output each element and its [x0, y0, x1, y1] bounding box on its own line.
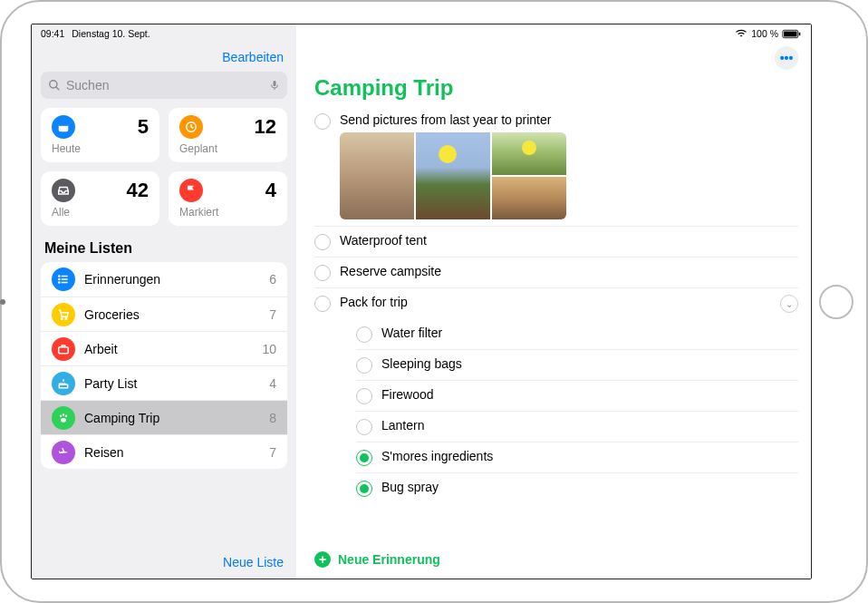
list-erinnerungen[interactable]: Erinnerungen 6: [41, 262, 287, 297]
task-label: S'mores ingredients: [381, 449, 493, 463]
list-icon: [52, 267, 75, 291]
list-groceries[interactable]: Groceries 7: [41, 297, 287, 331]
ellipsis-icon: •••: [780, 51, 794, 65]
card-alle[interactable]: 42 Alle: [41, 171, 159, 226]
task-label: Pack for trip: [340, 295, 408, 309]
svg-rect-15: [59, 346, 69, 353]
lists-header: Meine Listen: [32, 233, 296, 262]
edit-button[interactable]: Bearbeiten: [32, 41, 296, 68]
task-label: Lantern: [381, 418, 424, 433]
task-label: Send pictures from last year to printer: [340, 112, 798, 127]
task-checkbox[interactable]: [356, 419, 372, 435]
svg-rect-22: [784, 31, 796, 36]
task-row[interactable]: Reserve campsite: [314, 258, 798, 288]
subtask-row[interactable]: Lantern: [356, 412, 798, 443]
svg-point-14: [65, 317, 67, 319]
briefcase-icon: [52, 337, 75, 361]
svg-line-1: [56, 87, 60, 91]
task-checkbox[interactable]: [356, 481, 372, 497]
svg-point-13: [61, 317, 63, 319]
svg-point-18: [63, 413, 64, 415]
card-heute[interactable]: 5 Heute: [41, 108, 159, 162]
svg-point-0: [50, 81, 57, 88]
paw-icon: [52, 406, 75, 430]
task-checkbox[interactable]: [314, 234, 331, 250]
svg-point-19: [65, 414, 67, 416]
subtask-list: Water filter Sleeping bags Firewood Lant…: [356, 319, 798, 503]
battery-icon: [782, 29, 802, 39]
new-reminder-label: Neue Erinnerung: [338, 552, 440, 567]
cake-icon: [52, 372, 75, 395]
svg-point-12: [59, 282, 60, 283]
plus-icon: +: [314, 551, 331, 568]
card-label: Heute: [52, 142, 149, 155]
attachment-thumb[interactable]: [416, 132, 490, 219]
expand-toggle[interactable]: ⌄: [780, 295, 798, 313]
flag-icon: [179, 179, 203, 202]
search-placeholder: Suchen: [66, 78, 109, 92]
task-row[interactable]: Pack for trip ⌄: [314, 288, 798, 319]
task-label: Waterproof tent: [340, 233, 427, 248]
task-label: Reserve campsite: [340, 264, 441, 278]
subtask-row[interactable]: Firewood: [356, 381, 798, 412]
task-row[interactable]: Waterproof tent: [314, 227, 798, 258]
task-label: Water filter: [381, 326, 442, 340]
attachment-thumb[interactable]: [492, 177, 566, 219]
attachment-thumb[interactable]: [492, 132, 566, 175]
svg-point-11: [59, 278, 60, 279]
task-checkbox[interactable]: [356, 357, 372, 374]
calendar-icon: [52, 115, 75, 139]
list-party[interactable]: Party List 4: [41, 365, 287, 400]
task-checkbox[interactable]: [314, 113, 331, 130]
subtask-row[interactable]: S'mores ingredients: [356, 443, 798, 473]
attachment-thumb[interactable]: [340, 132, 414, 219]
status-date: Dienstag 10. Sept.: [72, 28, 149, 39]
card-label: Geplant: [179, 142, 276, 155]
search-input[interactable]: Suchen: [41, 72, 287, 99]
task-checkbox[interactable]: [356, 388, 372, 404]
svg-rect-2: [274, 81, 276, 86]
task-checkbox[interactable]: [314, 265, 331, 281]
card-geplant[interactable]: 12 Geplant: [169, 108, 287, 162]
status-bar: 09:41 Dienstag 10. Sept.: [32, 24, 296, 41]
subtask-row[interactable]: Sleeping bags: [356, 350, 798, 381]
chevron-down-icon: ⌄: [786, 299, 793, 309]
task-label: Sleeping bags: [381, 356, 462, 371]
task-checkbox[interactable]: [356, 326, 372, 343]
card-label: Alle: [52, 206, 149, 219]
more-button[interactable]: •••: [775, 46, 798, 70]
clock-icon: [179, 115, 203, 139]
card-count: 12: [255, 115, 276, 139]
task-attachments[interactable]: [340, 132, 566, 219]
mic-icon[interactable]: [269, 78, 280, 92]
new-list-button[interactable]: Neue Liste: [223, 555, 284, 569]
subtask-row[interactable]: Water filter: [356, 319, 798, 350]
wifi-icon: [735, 29, 747, 38]
list-title: Camping Trip: [296, 70, 811, 106]
task-label: Bug spray: [381, 480, 439, 494]
status-time: 09:41: [41, 28, 64, 39]
battery-pct: 100 %: [751, 28, 778, 39]
cart-icon: [52, 303, 75, 326]
list-reisen[interactable]: Reisen 7: [41, 434, 287, 469]
search-icon: [48, 79, 61, 92]
task-list: Send pictures from last year to printer: [296, 106, 811, 503]
task-checkbox[interactable]: [314, 296, 331, 312]
new-reminder-button[interactable]: + Neue Erinnerung: [296, 542, 811, 579]
main-pane: 100 % ••• Camping Trip Send pictures fro…: [296, 24, 811, 579]
task-label: Firewood: [381, 387, 434, 402]
card-count: 5: [138, 115, 149, 139]
task-checkbox[interactable]: [356, 450, 372, 466]
home-button[interactable]: [819, 285, 854, 319]
task-row[interactable]: Send pictures from last year to printer: [314, 106, 798, 227]
card-label: Markiert: [179, 206, 276, 219]
card-markiert[interactable]: 4 Markiert: [169, 171, 287, 226]
svg-rect-5: [59, 123, 69, 126]
status-bar-right: 100 %: [296, 24, 811, 41]
subtask-row[interactable]: Bug spray: [356, 473, 798, 503]
sidebar: 09:41 Dienstag 10. Sept. Bearbeiten Such…: [32, 24, 296, 579]
plane-icon: [52, 441, 75, 464]
list-camping[interactable]: Camping Trip 8: [41, 400, 287, 434]
svg-rect-23: [799, 32, 801, 34]
list-arbeit[interactable]: Arbeit 10: [41, 331, 287, 365]
